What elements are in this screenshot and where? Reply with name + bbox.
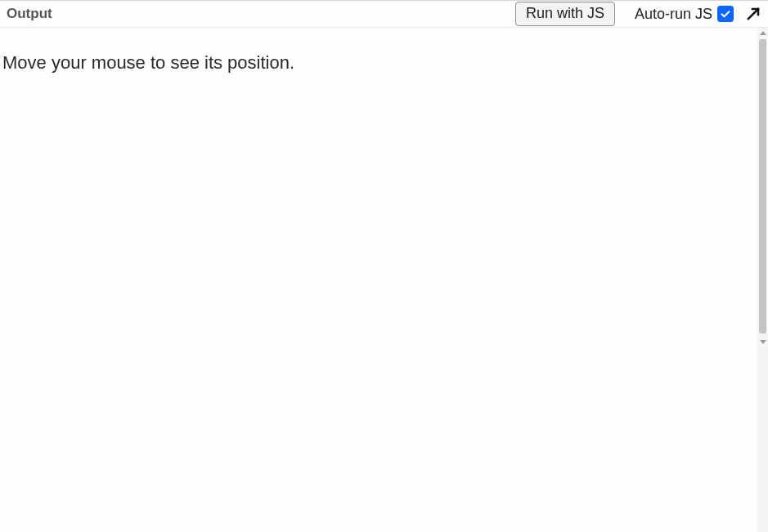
autorun-label[interactable]: Auto-run JS — [635, 6, 712, 23]
autorun-toggle-group: Auto-run JS — [635, 6, 734, 23]
vertical-scrollbar[interactable] — [757, 28, 768, 532]
panel-title: Output — [7, 6, 52, 22]
scrollbar-arrow-up-icon[interactable] — [757, 28, 768, 38]
output-toolbar: Output Run with JS Auto-run JS — [0, 0, 768, 28]
scrollbar-arrow-down-icon[interactable] — [757, 337, 768, 347]
output-message: Move your mouse to see its position. — [2, 52, 294, 74]
scrollbar-thumb[interactable] — [759, 39, 766, 333]
check-icon — [720, 8, 731, 20]
run-with-js-button[interactable]: Run with JS — [515, 2, 615, 25]
output-area[interactable]: Move your mouse to see its position. — [0, 28, 768, 532]
expand-icon[interactable] — [745, 6, 761, 22]
autorun-checkbox[interactable] — [717, 6, 734, 22]
